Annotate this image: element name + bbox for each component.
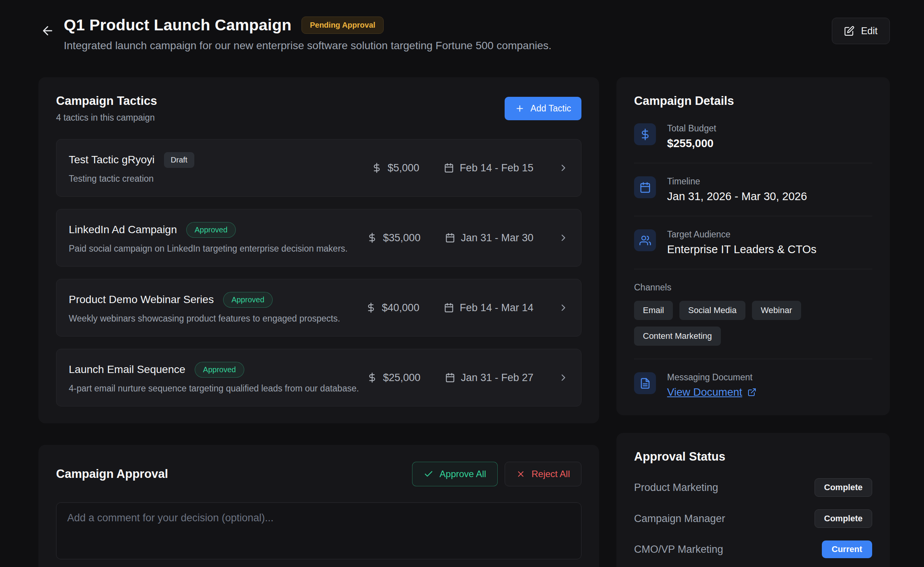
- edit-button-label: Edit: [861, 25, 878, 36]
- channel-chip: Content Marketing: [634, 327, 721, 346]
- approval-status-row: Campaign Manager Complete: [634, 509, 872, 528]
- reject-all-button[interactable]: Reject All: [505, 462, 581, 486]
- tactic-row[interactable]: Product Demo Webinar Series Approved Wee…: [56, 279, 581, 337]
- tactic-description: Paid social campaign on LinkedIn targeti…: [69, 244, 348, 254]
- edit-button[interactable]: Edit: [832, 18, 890, 44]
- tactic-dates-value: Feb 14 - Mar 14: [460, 302, 533, 314]
- left-column: Campaign Tactics 4 tactics in this campa…: [38, 77, 599, 567]
- tactics-title: Campaign Tactics: [56, 94, 157, 108]
- calendar-icon: [444, 163, 454, 173]
- divider: [634, 269, 872, 269]
- divider: [634, 216, 872, 216]
- channel-chip: Email: [634, 301, 673, 320]
- approve-all-label: Approve All: [440, 469, 486, 479]
- budget-value: $255,000: [667, 137, 716, 150]
- approver-role: Product Marketing: [634, 482, 718, 494]
- tactic-description: Testing tactic creation: [69, 174, 194, 184]
- tactic-status-badge: Draft: [164, 152, 194, 168]
- tactic-list: Test Tactic gRyoyi Draft Testing tactic …: [56, 139, 581, 406]
- budget-icon-tile: [634, 123, 656, 145]
- add-tactic-button[interactable]: Add Tactic: [505, 97, 581, 120]
- chevron-right-icon: [558, 372, 569, 383]
- back-button[interactable]: [38, 22, 57, 40]
- tactic-budget-value: $40,000: [382, 302, 419, 314]
- total-budget-item: Total Budget $255,000: [634, 123, 872, 150]
- check-icon: [424, 469, 434, 479]
- page-header: Q1 Product Launch Campaign Pending Appro…: [38, 16, 890, 52]
- view-document-label: View Document: [667, 386, 742, 398]
- header-title-block: Q1 Product Launch Campaign Pending Appro…: [64, 16, 832, 52]
- external-link-icon: [747, 388, 757, 397]
- calendar-icon: [444, 303, 454, 313]
- tactic-budget-value: $25,000: [383, 372, 421, 384]
- approval-status-rows: Product Marketing Complete Campaign Mana…: [634, 478, 872, 558]
- channels-block: Channels Email Social Media Webinar Cont…: [634, 282, 872, 346]
- tactic-status-badge: Approved: [223, 292, 273, 308]
- tactic-status-badge: Approved: [195, 362, 245, 378]
- tactic-budget: $5,000: [372, 162, 419, 174]
- tactic-dates-value: Jan 31 - Mar 30: [461, 232, 533, 244]
- calendar-icon: [445, 233, 455, 243]
- timeline-icon-tile: [634, 176, 656, 198]
- target-audience-item: Target Audience Enterprise IT Leaders & …: [634, 229, 872, 256]
- divider: [634, 359, 872, 359]
- campaign-review-page: Q1 Product Launch Campaign Pending Appro…: [0, 0, 924, 567]
- chevron-right-icon: [558, 162, 569, 173]
- tactic-status-badge: Approved: [186, 222, 236, 238]
- calendar-icon: [639, 182, 651, 193]
- calendar-icon: [445, 373, 455, 383]
- plus-icon: [515, 104, 525, 113]
- tactic-name: Launch Email Sequence: [69, 363, 185, 376]
- x-icon: [516, 469, 525, 479]
- tactic-budget: $25,000: [367, 372, 421, 384]
- tactic-budget: $35,000: [367, 232, 421, 244]
- timeline-label: Timeline: [667, 176, 807, 187]
- audience-icon-tile: [634, 229, 656, 251]
- channel-chip: Webinar: [752, 301, 801, 320]
- approver-role: CMO/VP Marketing: [634, 544, 723, 555]
- tactic-dates: Jan 31 - Mar 30: [445, 232, 533, 244]
- tactics-heading-block: Campaign Tactics 4 tactics in this campa…: [56, 94, 157, 123]
- channel-chips: Email Social Media Webinar Content Marke…: [634, 301, 872, 346]
- campaign-tactics-card: Campaign Tactics 4 tactics in this campa…: [38, 77, 599, 423]
- tactic-row[interactable]: Test Tactic gRyoyi Draft Testing tactic …: [56, 139, 581, 197]
- approval-status-card: Approval Status Product Marketing Comple…: [616, 433, 890, 567]
- dollar-icon: [639, 129, 651, 140]
- audience-value: Enterprise IT Leaders & CTOs: [667, 243, 816, 256]
- right-column: Campaign Details Total Budget $255,000: [616, 77, 890, 567]
- approver-role: Campaign Manager: [634, 513, 725, 525]
- approve-all-button[interactable]: Approve All: [412, 462, 498, 486]
- tactic-row[interactable]: Launch Email Sequence Approved 4-part em…: [56, 349, 581, 406]
- approver-status-badge: Complete: [815, 478, 872, 497]
- approver-status-badge: Complete: [815, 509, 872, 528]
- tactics-count: 4 tactics in this campaign: [56, 113, 157, 123]
- budget-label: Total Budget: [667, 123, 716, 134]
- campaign-status-badge: Pending Approval: [301, 17, 384, 34]
- tactic-description: Weekly webinars showcasing product featu…: [69, 313, 340, 324]
- messaging-document-item: Messaging Document View Document: [634, 372, 872, 398]
- page-subtitle: Integrated launch campaign for our new e…: [64, 40, 832, 52]
- campaign-details-card: Campaign Details Total Budget $255,000: [616, 77, 890, 415]
- add-tactic-label: Add Tactic: [530, 103, 571, 114]
- approval-status-row: Product Marketing Complete: [634, 478, 872, 497]
- approval-title: Campaign Approval: [56, 467, 168, 481]
- dollar-icon: [367, 373, 377, 383]
- approval-status-title: Approval Status: [634, 450, 872, 464]
- file-text-icon: [639, 378, 651, 389]
- reject-all-label: Reject All: [532, 469, 570, 479]
- channels-label: Channels: [634, 282, 872, 293]
- document-label: Messaging Document: [667, 372, 757, 383]
- audience-label: Target Audience: [667, 229, 816, 240]
- document-icon-tile: [634, 372, 656, 394]
- divider: [634, 163, 872, 163]
- chevron-right-icon: [558, 232, 569, 243]
- main-content: Campaign Tactics 4 tactics in this campa…: [38, 77, 890, 567]
- users-icon: [639, 235, 651, 246]
- tactic-row[interactable]: LinkedIn Ad Campaign Approved Paid socia…: [56, 209, 581, 267]
- edit-pencil-icon: [844, 26, 854, 36]
- details-title: Campaign Details: [634, 94, 872, 108]
- tactic-name: Product Demo Webinar Series: [69, 293, 214, 306]
- view-document-link[interactable]: View Document: [667, 386, 757, 398]
- approval-comment-input[interactable]: [56, 502, 581, 559]
- chevron-right-icon: [558, 302, 569, 313]
